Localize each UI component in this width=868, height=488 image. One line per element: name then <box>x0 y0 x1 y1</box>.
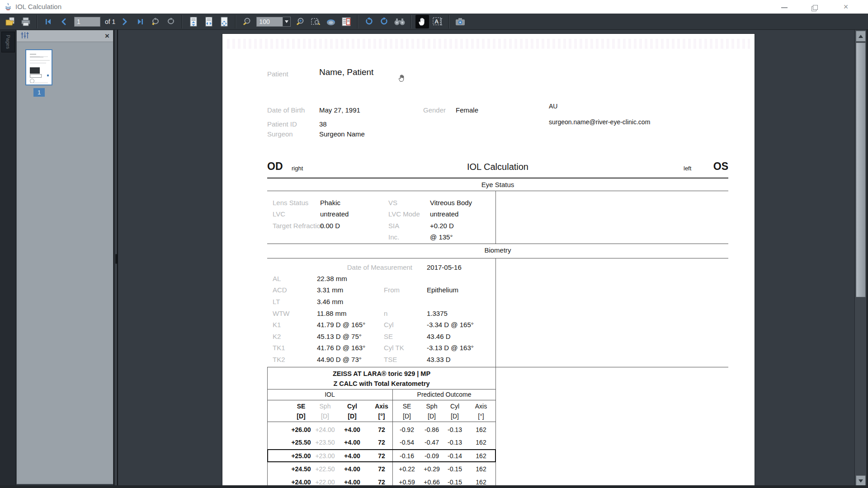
title-bar: IOL Calculation × <box>0 0 868 14</box>
close-button[interactable]: × <box>835 0 856 14</box>
iol-group-label: IOL <box>267 391 392 398</box>
iol-data-row[interactable]: +24.50+22.50 +4.0072 +0.22+0.29 -0.15162 <box>222 465 755 474</box>
svg-text:A: A <box>434 18 439 25</box>
gender-value: Female <box>456 106 478 114</box>
zoom-in-button[interactable] <box>293 15 307 28</box>
chevron-right-icon <box>122 18 128 25</box>
scrollbar-thumb[interactable] <box>856 42 866 297</box>
rule <box>267 178 728 178</box>
eye-status-row: Lens StatusPhakic VSVitreous Body <box>222 199 755 207</box>
side-tab-strip: Pages <box>0 30 16 488</box>
scroll-down-button[interactable] <box>856 475 866 486</box>
report-page: Patient Name, Patient Date of Birth May … <box>222 33 755 488</box>
hand-cursor <box>398 74 406 84</box>
toolbar-separator <box>357 15 358 28</box>
window-right-border <box>866 30 868 488</box>
first-page-button[interactable] <box>42 15 55 28</box>
iol-model: ZEISS AT LARA® toric 929 | MP <box>267 370 496 377</box>
patient-id-label: Patient ID <box>267 120 297 128</box>
biometry-title: Biometry <box>267 246 728 254</box>
panel-close-icon[interactable]: × <box>105 31 109 41</box>
rule <box>267 422 496 422</box>
biometry-row: TK244.90 D @ 73° TSE43.33 D <box>222 356 755 364</box>
pages-tab-label: Pages <box>5 35 11 49</box>
window-title: IOL Calculation <box>15 3 61 10</box>
fit-width-button[interactable] <box>202 15 216 28</box>
first-page-icon <box>45 18 52 25</box>
java-app-icon <box>4 2 13 11</box>
thumbnail-page-number[interactable]: 1 <box>33 88 45 97</box>
table-right-border <box>495 367 496 488</box>
previous-page-button[interactable] <box>57 15 71 28</box>
toggle-panel-button[interactable] <box>340 15 353 28</box>
rotate-ccw-icon <box>364 17 373 26</box>
next-view-button[interactable] <box>164 15 178 28</box>
pages-tab[interactable]: Pages <box>1 32 15 52</box>
rotate-right-button[interactable] <box>377 15 391 28</box>
triangle-down-icon <box>859 479 863 483</box>
camera-icon <box>455 17 466 26</box>
restore-button[interactable] <box>805 0 826 14</box>
gender-label: Gender <box>423 106 446 114</box>
toolbar-separator <box>37 15 38 28</box>
next-page-button[interactable] <box>118 15 132 28</box>
splitter-grip[interactable] <box>115 254 117 264</box>
rule <box>267 367 728 367</box>
fit-visible-button[interactable] <box>217 15 231 28</box>
iol-unit-row: [D][D] [D][°] [D][D] [D][°] <box>222 413 755 421</box>
biometry-row: TK141.76 D @ 163° Cyl TK-3.13 D @ 163° <box>222 344 755 352</box>
zoom-combo <box>256 17 291 27</box>
page-thumbnail[interactable] <box>25 49 52 85</box>
fit-page-button[interactable] <box>187 15 200 28</box>
chevron-left-icon <box>61 18 67 25</box>
page-perforation-band <box>227 39 750 49</box>
iol-data-row[interactable]: +26.00+24.00 +4.0072 -0.92-0.86 -0.13162 <box>222 426 755 434</box>
document-viewport[interactable]: Patient Name, Patient Date of Birth May … <box>118 30 854 488</box>
iol-data-row[interactable]: +25.50+23.50 +4.0072 -0.54-0.47 -0.13162 <box>222 439 755 447</box>
patient-label: Patient <box>267 70 288 78</box>
scroll-up-button[interactable] <box>856 31 866 42</box>
rotate-left-button[interactable] <box>362 15 376 28</box>
surgeon-label: Surgeon <box>267 130 293 138</box>
vertical-scrollbar[interactable] <box>854 30 866 488</box>
last-page-icon <box>137 18 144 25</box>
zoom-out-button[interactable] <box>240 15 254 28</box>
eye-code: AU <box>549 103 557 110</box>
zoom-dropdown-button[interactable] <box>283 17 291 27</box>
toolbar-separator <box>235 15 236 28</box>
thumbnail-panel-body: 1 <box>19 44 111 481</box>
text-select-tool-button[interactable]: A <box>431 15 444 28</box>
rule <box>267 191 728 191</box>
last-page-button[interactable] <box>133 15 147 28</box>
application-window: IOL Calculation × <box>0 0 868 488</box>
minimize-button[interactable] <box>774 0 795 14</box>
rule <box>267 258 728 258</box>
toolbar-separator <box>182 15 183 28</box>
panel-splitter[interactable] <box>113 30 118 488</box>
fit-page-icon <box>189 16 198 27</box>
predicted-group-label: Predicted Outcome <box>392 391 496 398</box>
biometry-divider <box>495 258 496 367</box>
print-button[interactable] <box>19 15 33 28</box>
rotate-cw-icon <box>380 17 389 26</box>
dynamic-zoom-button[interactable] <box>324 15 338 28</box>
zoom-out-icon <box>242 17 251 26</box>
toolbar-separator <box>448 15 449 28</box>
patient-id-value: 38 <box>319 120 327 128</box>
previous-view-button[interactable] <box>149 15 162 28</box>
page-number-input[interactable] <box>74 17 100 27</box>
os-heading: OS <box>700 160 728 173</box>
table-group-divider <box>392 389 393 488</box>
panel-settings-icon[interactable] <box>20 32 30 41</box>
selected-iol-row-box <box>267 449 496 462</box>
hand-tool-button[interactable] <box>415 15 429 28</box>
eye-status-title: Eye Status <box>267 181 728 188</box>
zoom-level-input[interactable] <box>256 17 283 27</box>
eye-status-row: LVCuntreated LVC Modeuntreated <box>222 210 755 218</box>
open-file-button[interactable] <box>4 15 17 28</box>
surgeon-value: Surgeon Name <box>319 130 365 138</box>
search-button[interactable] <box>393 15 406 28</box>
snapshot-button[interactable] <box>453 15 467 28</box>
chevron-down-icon <box>285 20 288 23</box>
marquee-zoom-button[interactable] <box>309 15 322 28</box>
